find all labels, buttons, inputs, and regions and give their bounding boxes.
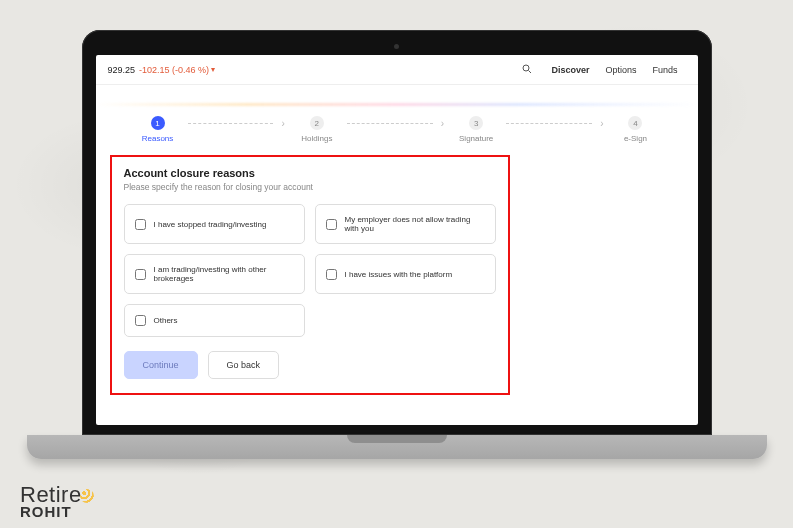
step-circle: 2 (310, 116, 324, 130)
reason-platform-issues[interactable]: I have issues with the platform (315, 254, 496, 294)
reason-employer[interactable]: My employer does not allow trading with … (315, 204, 496, 244)
checkbox[interactable] (135, 219, 146, 230)
caret-down-icon[interactable]: ▾ (211, 65, 215, 74)
panel-subtitle: Please specify the reason for closing yo… (124, 182, 496, 192)
step-label: Holdings (301, 134, 332, 143)
checkbox[interactable] (135, 269, 146, 280)
svg-point-0 (523, 65, 529, 71)
step-reasons[interactable]: 1 Reasons (134, 116, 182, 143)
panel-actions: Continue Go back (124, 351, 496, 379)
step-signature[interactable]: 3 Signature (452, 116, 500, 143)
nav-funds[interactable]: Funds (652, 65, 677, 75)
ticker-value: 929.25 (108, 65, 136, 75)
option-label: I have stopped trading/investing (154, 220, 267, 229)
topbar: 929.25 -102.15 (-0.46 %) ▾ Discover Opti… (96, 55, 698, 85)
continue-button[interactable]: Continue (124, 351, 198, 379)
chevron-right-icon: › (281, 118, 284, 129)
reason-others[interactable]: Others (124, 304, 305, 337)
accent-gradient (96, 103, 698, 106)
step-separator (347, 123, 433, 124)
ticker-change: -102.15 (-0.46 %) (139, 65, 209, 75)
checkbox[interactable] (135, 315, 146, 326)
option-label: My employer does not allow trading with … (345, 215, 485, 233)
option-label: I have issues with the platform (345, 270, 453, 279)
reason-other-brokerages[interactable]: I am trading/investing with other broker… (124, 254, 305, 294)
camera-dot (394, 44, 399, 49)
checkbox[interactable] (326, 269, 337, 280)
step-circle: 1 (151, 116, 165, 130)
step-circle: 4 (628, 116, 642, 130)
reason-stopped-trading[interactable]: I have stopped trading/investing (124, 204, 305, 244)
step-esign[interactable]: 4 e-Sign (611, 116, 659, 143)
closure-reasons-panel: Account closure reasons Please specify t… (110, 155, 510, 395)
checkbox[interactable] (326, 219, 337, 230)
sun-icon (80, 489, 94, 503)
stepper: 1 Reasons › 2 Holdings › 3 Signature › (96, 106, 698, 151)
reason-options: I have stopped trading/investing My empl… (124, 204, 496, 337)
step-separator (506, 123, 592, 124)
watermark-logo: Retire ROHIT (20, 486, 94, 518)
watermark-line2: ROHIT (20, 505, 94, 519)
chevron-right-icon: › (441, 118, 444, 129)
step-label: Reasons (142, 134, 174, 143)
search-icon[interactable] (521, 63, 533, 77)
go-back-button[interactable]: Go back (208, 351, 280, 379)
laptop-mockup: 929.25 -102.15 (-0.46 %) ▾ Discover Opti… (82, 30, 712, 459)
step-label: e-Sign (624, 134, 647, 143)
laptop-base (27, 435, 767, 459)
step-holdings[interactable]: 2 Holdings (293, 116, 341, 143)
chevron-right-icon: › (600, 118, 603, 129)
option-label: I am trading/investing with other broker… (154, 265, 294, 283)
app-screen: 929.25 -102.15 (-0.46 %) ▾ Discover Opti… (96, 55, 698, 425)
svg-line-1 (529, 70, 532, 73)
step-label: Signature (459, 134, 493, 143)
option-label: Others (154, 316, 178, 325)
laptop-notch (347, 435, 447, 443)
laptop-bezel: 929.25 -102.15 (-0.46 %) ▾ Discover Opti… (82, 30, 712, 435)
nav-options[interactable]: Options (605, 65, 636, 75)
step-separator (188, 123, 274, 124)
panel-title: Account closure reasons (124, 167, 496, 179)
nav-discover[interactable]: Discover (551, 65, 589, 75)
step-circle: 3 (469, 116, 483, 130)
